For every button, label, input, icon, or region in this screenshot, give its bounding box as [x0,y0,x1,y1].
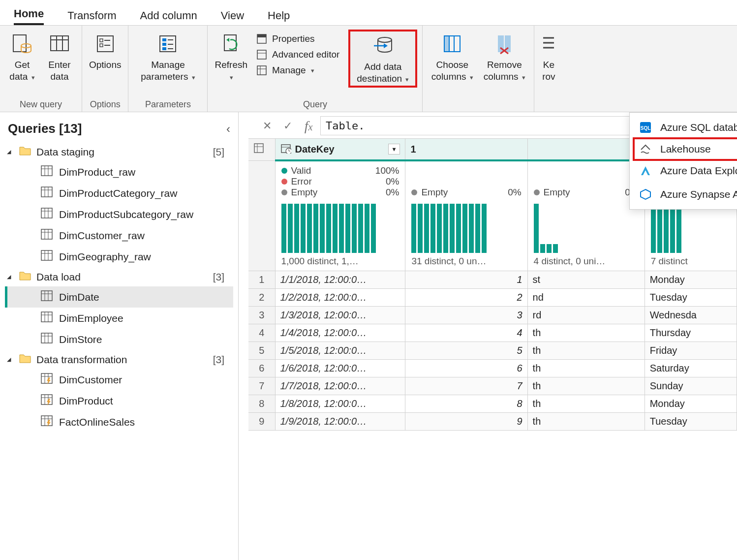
tree-folder[interactable]: ◢ Data load [3] [5,267,233,286]
cell-num[interactable]: 9 [405,413,527,431]
tree-item[interactable]: DimProductSubcategory_raw [5,204,233,225]
table-row[interactable]: 9 1/9/2018, 12:00:0… 9 th Tuesday [248,413,737,431]
cell-suffix[interactable]: th [527,413,645,431]
cell-date[interactable]: 1/5/2018, 12:00:0… [275,342,405,360]
cell-day[interactable]: Thursday [645,324,737,342]
tab-add-column[interactable]: Add column [140,9,197,25]
svg-rect-7 [100,39,103,42]
preview-area: SQLAzure SQL databaseLakehouseAzure Data… [239,112,737,560]
choose-columns-button[interactable]: Choosecolumns ▾ [428,30,477,84]
manage-parameters-button[interactable]: Manageparameters ▾ [133,30,202,84]
column-header[interactable]: 1 [405,139,527,160]
tab-help[interactable]: Help [268,9,290,25]
column-header[interactable]: DateKey ▾ [275,139,405,160]
table-row[interactable]: 3 1/3/2018, 12:00:0… 3 rd Wednesda [248,307,737,324]
cell-date[interactable]: 1/8/2018, 12:00:0… [275,395,405,413]
row-number: 6 [248,360,275,377]
tree-item[interactable]: DimCustomer_raw [5,225,233,246]
commit-formula-button[interactable]: ✓ [279,120,297,132]
tree-item[interactable]: DimProduct [5,390,233,411]
tab-transform[interactable]: Transform [67,9,116,25]
table-row[interactable]: 4 1/4/2018, 12:00:0… 4 th Thursday [248,324,737,342]
cell-num[interactable]: 1 [405,271,527,289]
cell-suffix[interactable]: th [527,360,645,377]
table-icon [49,31,70,57]
cell-date[interactable]: 1/7/2018, 12:00:0… [275,377,405,395]
column-filter-dropdown[interactable]: ▾ [388,144,400,155]
options-button[interactable]: Options [87,30,123,72]
cell-suffix[interactable]: th [527,395,645,413]
tree-item[interactable]: DimProduct_raw [5,161,233,183]
cell-num[interactable]: 3 [405,307,527,324]
collapse-panel-button[interactable]: ‹ [226,122,230,136]
add-data-destination-button[interactable]: Add datadestination ▾ [348,30,417,88]
dest-menu-item-sql[interactable]: SQLAzure SQL database [630,116,737,139]
fx-icon: fx [300,118,317,134]
tree-folder[interactable]: ◢ Data transformation [3] [5,350,233,369]
row-number: 7 [248,377,275,395]
table-row[interactable]: 5 1/5/2018, 12:00:0… 5 th Friday [248,342,737,360]
manage-button[interactable]: Manage ▾ [252,63,342,78]
cell-day[interactable]: Friday [645,342,737,360]
tree-item[interactable]: DimProductCategory_raw [5,183,233,204]
cell-num[interactable]: 5 [405,342,527,360]
tree-item[interactable]: DimGeography_raw [5,246,233,267]
tree-item[interactable]: DimEmployee [5,308,233,329]
properties-button[interactable]: Properties [252,31,342,46]
tree-item[interactable]: DimCustomer [5,369,233,390]
cell-day[interactable]: Wednesda [645,307,737,324]
cell-suffix[interactable]: rd [527,307,645,324]
tree-item[interactable]: FactOnlineSales [5,411,233,433]
table-row[interactable]: 6 1/6/2018, 12:00:0… 6 th Saturday [248,360,737,377]
cancel-formula-button[interactable]: ✕ [258,120,276,132]
table-row[interactable]: 7 1/7/2018, 12:00:0… 7 th Sunday [248,377,737,395]
keep-rows-partial-button[interactable]: Kerov [539,30,558,84]
cell-day[interactable]: Monday [645,395,737,413]
tab-view[interactable]: View [221,9,244,25]
tree-item[interactable]: DimDate [5,286,233,308]
cell-date[interactable]: 1/2/2018, 12:00:0… [275,289,405,307]
table-row[interactable]: 2 1/2/2018, 12:00:0… 2 nd Tuesday [248,289,737,307]
cell-day[interactable]: Saturday [645,360,737,377]
cell-suffix[interactable]: nd [527,289,645,307]
cell-num[interactable]: 7 [405,377,527,395]
cell-num[interactable]: 8 [405,395,527,413]
dest-menu-item-synapse[interactable]: Azure Synapse Analytics (SQL DW) [630,183,737,206]
cell-day[interactable]: Monday [645,271,737,289]
table-icon [40,311,53,325]
cell-date[interactable]: 1/9/2018, 12:00:0… [275,413,405,431]
cell-num[interactable]: 2 [405,289,527,307]
enter-data-button[interactable]: Enterdata [42,30,77,84]
folder-count: [3] [213,354,231,366]
cell-date[interactable]: 1/4/2018, 12:00:0… [275,324,405,342]
cell-suffix[interactable]: th [527,342,645,360]
cell-date[interactable]: 1/3/2018, 12:00:0… [275,307,405,324]
cell-day[interactable]: Tuesday [645,413,737,431]
remove-columns-button[interactable]: Removecolumns ▾ [480,30,529,84]
advanced-editor-button[interactable]: Advanced editor [252,47,342,62]
column-header[interactable] [527,139,645,160]
refresh-button[interactable]: Refresh▾ [213,30,249,84]
cell-suffix[interactable]: st [527,271,645,289]
table-row[interactable]: 1 1/1/2018, 12:00:0… 1 st Monday [248,271,737,289]
dest-menu-item-kusto[interactable]: Azure Data Explorer (Kusto) [630,159,737,183]
cell-day[interactable]: Sunday [645,377,737,395]
tree-item[interactable]: DimStore [5,329,233,350]
svg-rect-73 [41,373,52,383]
tree-folder[interactable]: ◢ Data staging [5] [5,142,233,161]
dest-menu-item-lakehouse[interactable]: Lakehouse [633,137,737,161]
grid-corner[interactable] [248,139,275,160]
tab-home[interactable]: Home [14,7,44,25]
get-data-button[interactable]: Getdata ▾ [5,30,39,84]
cell-num[interactable]: 6 [405,360,527,377]
manage-table-icon [255,65,268,76]
cell-date[interactable]: 1/6/2018, 12:00:0… [275,360,405,377]
table-row[interactable]: 8 1/8/2018, 12:00:0… 8 th Monday [248,395,737,413]
cell-day[interactable]: Tuesday [645,289,737,307]
cell-date[interactable]: 1/1/2018, 12:00:0… [275,271,405,289]
cell-suffix[interactable]: th [527,377,645,395]
svg-rect-93 [254,144,263,153]
cell-num[interactable]: 4 [405,324,527,342]
cell-suffix[interactable]: th [527,324,645,342]
tree-item-label: DimCustomer [59,374,122,386]
